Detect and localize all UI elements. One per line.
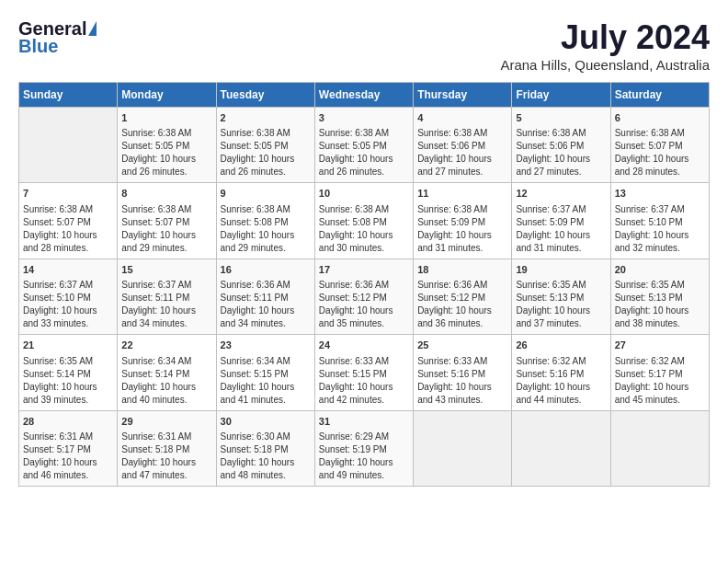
calendar-cell: 10Sunrise: 6:38 AM Sunset: 5:08 PM Dayli… <box>314 183 413 259</box>
day-number: 5 <box>516 111 606 125</box>
calendar-cell: 18Sunrise: 6:36 AM Sunset: 5:12 PM Dayli… <box>414 259 512 334</box>
calendar-week-row: 21Sunrise: 6:35 AM Sunset: 5:14 PM Dayli… <box>19 335 710 410</box>
calendar-cell: 19Sunrise: 6:35 AM Sunset: 5:13 PM Dayli… <box>512 259 610 334</box>
calendar-cell: 15Sunrise: 6:37 AM Sunset: 5:11 PM Dayli… <box>118 259 216 334</box>
cell-info: Sunrise: 6:33 AM Sunset: 5:16 PM Dayligh… <box>417 355 507 407</box>
cell-info: Sunrise: 6:38 AM Sunset: 5:07 PM Dayligh… <box>121 203 211 255</box>
day-number: 18 <box>417 263 507 277</box>
calendar-cell <box>610 410 709 486</box>
day-number: 25 <box>417 339 507 352</box>
month-year-title: July 2024 <box>500 18 710 57</box>
day-number: 3 <box>319 111 409 125</box>
cell-info: Sunrise: 6:36 AM Sunset: 5:12 PM Dayligh… <box>319 279 409 330</box>
cell-info: Sunrise: 6:37 AM Sunset: 5:10 PM Dayligh… <box>23 279 113 330</box>
day-number: 4 <box>417 111 507 125</box>
cell-info: Sunrise: 6:38 AM Sunset: 5:09 PM Dayligh… <box>417 203 507 255</box>
calendar-cell: 27Sunrise: 6:32 AM Sunset: 5:17 PM Dayli… <box>610 335 709 410</box>
cell-info: Sunrise: 6:38 AM Sunset: 5:05 PM Dayligh… <box>221 127 311 178</box>
day-number: 28 <box>23 415 113 429</box>
cell-info: Sunrise: 6:37 AM Sunset: 5:09 PM Dayligh… <box>516 203 606 255</box>
day-number: 6 <box>615 111 705 125</box>
calendar-cell: 17Sunrise: 6:36 AM Sunset: 5:12 PM Dayli… <box>314 259 413 334</box>
cell-info: Sunrise: 6:30 AM Sunset: 5:18 PM Dayligh… <box>221 431 311 482</box>
title-block: July 2024 Arana Hills, Queensland, Austr… <box>500 18 710 73</box>
weekday-header: Sunday <box>19 83 118 108</box>
cell-info: Sunrise: 6:38 AM Sunset: 5:05 PM Dayligh… <box>121 127 211 178</box>
day-number: 9 <box>221 187 311 201</box>
location-subtitle: Arana Hills, Queensland, Australia <box>500 57 710 73</box>
calendar-week-row: 28Sunrise: 6:31 AM Sunset: 5:17 PM Dayli… <box>19 410 710 486</box>
calendar-cell: 3Sunrise: 6:38 AM Sunset: 5:05 PM Daylig… <box>314 108 413 183</box>
day-number: 13 <box>615 187 705 201</box>
calendar-cell <box>512 410 610 486</box>
weekday-header: Friday <box>512 83 610 108</box>
cell-info: Sunrise: 6:36 AM Sunset: 5:11 PM Dayligh… <box>221 279 311 330</box>
cell-info: Sunrise: 6:38 AM Sunset: 5:07 PM Dayligh… <box>23 203 113 255</box>
cell-info: Sunrise: 6:31 AM Sunset: 5:18 PM Dayligh… <box>121 431 211 482</box>
calendar-cell: 22Sunrise: 6:34 AM Sunset: 5:14 PM Dayli… <box>118 335 216 410</box>
cell-info: Sunrise: 6:33 AM Sunset: 5:15 PM Dayligh… <box>319 355 409 407</box>
calendar-cell: 21Sunrise: 6:35 AM Sunset: 5:14 PM Dayli… <box>19 335 118 410</box>
day-number: 31 <box>319 415 409 429</box>
logo-blue-text: Blue <box>18 36 58 57</box>
cell-info: Sunrise: 6:32 AM Sunset: 5:16 PM Dayligh… <box>516 355 606 407</box>
calendar-cell <box>414 410 512 486</box>
calendar-cell <box>19 108 118 183</box>
day-number: 29 <box>121 415 211 429</box>
cell-info: Sunrise: 6:29 AM Sunset: 5:19 PM Dayligh… <box>319 431 409 482</box>
calendar-cell: 2Sunrise: 6:38 AM Sunset: 5:05 PM Daylig… <box>216 108 314 183</box>
calendar-table: SundayMondayTuesdayWednesdayThursdayFrid… <box>18 82 710 487</box>
day-number: 15 <box>121 263 211 277</box>
day-number: 26 <box>516 339 606 352</box>
calendar-cell: 13Sunrise: 6:37 AM Sunset: 5:10 PM Dayli… <box>610 183 709 259</box>
calendar-cell: 29Sunrise: 6:31 AM Sunset: 5:18 PM Dayli… <box>118 410 216 486</box>
calendar-cell: 8Sunrise: 6:38 AM Sunset: 5:07 PM Daylig… <box>118 183 216 259</box>
calendar-cell: 1Sunrise: 6:38 AM Sunset: 5:05 PM Daylig… <box>118 108 216 183</box>
cell-info: Sunrise: 6:38 AM Sunset: 5:06 PM Dayligh… <box>417 127 507 178</box>
calendar-cell: 7Sunrise: 6:38 AM Sunset: 5:07 PM Daylig… <box>19 183 118 259</box>
day-number: 27 <box>615 339 705 352</box>
calendar-week-row: 7Sunrise: 6:38 AM Sunset: 5:07 PM Daylig… <box>19 183 710 259</box>
cell-info: Sunrise: 6:38 AM Sunset: 5:05 PM Dayligh… <box>319 127 409 178</box>
day-number: 7 <box>23 187 113 201</box>
calendar-cell: 28Sunrise: 6:31 AM Sunset: 5:17 PM Dayli… <box>19 410 118 486</box>
day-number: 16 <box>221 263 311 277</box>
calendar-cell: 31Sunrise: 6:29 AM Sunset: 5:19 PM Dayli… <box>314 410 413 486</box>
calendar-week-row: 14Sunrise: 6:37 AM Sunset: 5:10 PM Dayli… <box>19 259 710 334</box>
calendar-cell: 30Sunrise: 6:30 AM Sunset: 5:18 PM Dayli… <box>216 410 314 486</box>
cell-info: Sunrise: 6:37 AM Sunset: 5:10 PM Dayligh… <box>615 203 705 255</box>
calendar-cell: 5Sunrise: 6:38 AM Sunset: 5:06 PM Daylig… <box>512 108 610 183</box>
calendar-cell: 6Sunrise: 6:38 AM Sunset: 5:07 PM Daylig… <box>610 108 709 183</box>
calendar-header-row: SundayMondayTuesdayWednesdayThursdayFrid… <box>19 83 710 108</box>
day-number: 20 <box>615 263 705 277</box>
logo: General Blue <box>18 18 97 57</box>
cell-info: Sunrise: 6:38 AM Sunset: 5:08 PM Dayligh… <box>319 203 409 255</box>
day-number: 23 <box>221 339 311 352</box>
weekday-header: Saturday <box>610 83 709 108</box>
cell-info: Sunrise: 6:36 AM Sunset: 5:12 PM Dayligh… <box>417 279 507 330</box>
day-number: 21 <box>23 339 113 352</box>
page-header: General Blue July 2024 Arana Hills, Quee… <box>18 18 710 73</box>
calendar-cell: 11Sunrise: 6:38 AM Sunset: 5:09 PM Dayli… <box>414 183 512 259</box>
cell-info: Sunrise: 6:34 AM Sunset: 5:14 PM Dayligh… <box>121 355 211 407</box>
calendar-cell: 9Sunrise: 6:38 AM Sunset: 5:08 PM Daylig… <box>216 183 314 259</box>
cell-info: Sunrise: 6:38 AM Sunset: 5:08 PM Dayligh… <box>221 203 311 255</box>
cell-info: Sunrise: 6:35 AM Sunset: 5:14 PM Dayligh… <box>23 355 113 407</box>
cell-info: Sunrise: 6:31 AM Sunset: 5:17 PM Dayligh… <box>23 431 113 482</box>
calendar-cell: 12Sunrise: 6:37 AM Sunset: 5:09 PM Dayli… <box>512 183 610 259</box>
calendar-cell: 20Sunrise: 6:35 AM Sunset: 5:13 PM Dayli… <box>610 259 709 334</box>
logo-triangle-icon <box>88 21 97 36</box>
cell-info: Sunrise: 6:32 AM Sunset: 5:17 PM Dayligh… <box>615 355 705 407</box>
day-number: 19 <box>516 263 606 277</box>
weekday-header: Wednesday <box>314 83 413 108</box>
day-number: 10 <box>319 187 409 201</box>
cell-info: Sunrise: 6:38 AM Sunset: 5:07 PM Dayligh… <box>615 127 705 178</box>
weekday-header: Monday <box>118 83 216 108</box>
day-number: 14 <box>23 263 113 277</box>
day-number: 12 <box>516 187 606 201</box>
calendar-cell: 25Sunrise: 6:33 AM Sunset: 5:16 PM Dayli… <box>414 335 512 410</box>
weekday-header: Tuesday <box>216 83 314 108</box>
calendar-cell: 26Sunrise: 6:32 AM Sunset: 5:16 PM Dayli… <box>512 335 610 410</box>
calendar-week-row: 1Sunrise: 6:38 AM Sunset: 5:05 PM Daylig… <box>19 108 710 183</box>
cell-info: Sunrise: 6:38 AM Sunset: 5:06 PM Dayligh… <box>516 127 606 178</box>
